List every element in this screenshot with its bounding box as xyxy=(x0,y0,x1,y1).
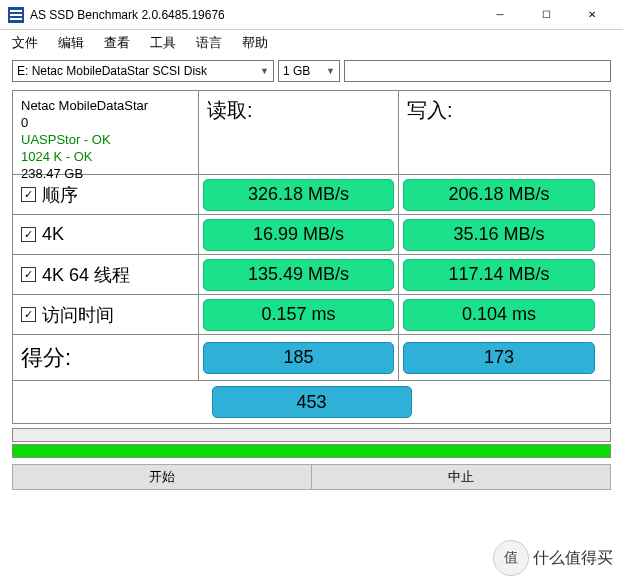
menu-edit[interactable]: 编辑 xyxy=(58,34,84,52)
row-4k64: ✓ 4K 64 线程 135.49 MB/s 117.14 MB/s xyxy=(13,255,610,295)
drive-select-value: E: Netac MobileDataStar SCSI Disk xyxy=(17,64,207,78)
size-select[interactable]: 1 GB ▼ xyxy=(278,60,340,82)
seq-read-value: 326.18 MB/s xyxy=(203,179,394,211)
window-controls: ─ ☐ ✕ xyxy=(477,0,615,30)
drive-rev: 0 xyxy=(21,114,28,131)
close-button[interactable]: ✕ xyxy=(569,0,615,30)
menu-tools[interactable]: 工具 xyxy=(150,34,176,52)
window-title: AS SSD Benchmark 2.0.6485.19676 xyxy=(30,8,477,22)
row-seq: ✓ 顺序 326.18 MB/s 206.18 MB/s xyxy=(13,175,610,215)
menubar: 文件 编辑 查看 工具 语言 帮助 xyxy=(0,30,623,56)
header-write: 写入: xyxy=(399,91,599,174)
drive-name: Netac MobileDataStar xyxy=(21,97,148,114)
4k64-read-value: 135.49 MB/s xyxy=(203,259,394,291)
score-total-value: 453 xyxy=(212,386,412,418)
score-write-value: 173 xyxy=(403,342,595,374)
button-row: 开始 中止 xyxy=(0,460,623,492)
toolbar: E: Netac MobileDataStar SCSI Disk ▼ 1 GB… xyxy=(0,56,623,86)
access-read-value: 0.157 ms xyxy=(203,299,394,331)
svg-rect-1 xyxy=(10,10,22,12)
header-row: Netac MobileDataStar 0 UASPStor - OK 102… xyxy=(13,91,610,175)
label-access: ✓ 访问时间 xyxy=(13,295,199,334)
size-select-value: 1 GB xyxy=(283,64,310,78)
progress-area xyxy=(0,424,623,458)
svg-rect-3 xyxy=(10,18,22,20)
start-button[interactable]: 开始 xyxy=(12,464,312,490)
row-score: 得分: 185 173 xyxy=(13,335,610,381)
main-panel: Netac MobileDataStar 0 UASPStor - OK 102… xyxy=(0,86,623,424)
checkbox-access[interactable]: ✓ xyxy=(21,307,36,322)
label-access-text: 访问时间 xyxy=(42,303,114,327)
checkbox-4k[interactable]: ✓ xyxy=(21,227,36,242)
4k64-write-value: 117.14 MB/s xyxy=(403,259,595,291)
chevron-down-icon: ▼ xyxy=(326,66,335,76)
label-4k-text: 4K xyxy=(42,224,64,245)
svg-rect-2 xyxy=(10,14,22,16)
label-seq-text: 顺序 xyxy=(42,183,78,207)
menu-view[interactable]: 查看 xyxy=(104,34,130,52)
label-4k64: ✓ 4K 64 线程 xyxy=(13,255,199,294)
watermark: 值 什么值得买 xyxy=(493,540,613,576)
watermark-icon: 值 xyxy=(493,540,529,576)
progress-bar-step xyxy=(12,428,611,442)
checkbox-seq[interactable]: ✓ xyxy=(21,187,36,202)
label-seq: ✓ 顺序 xyxy=(13,175,199,214)
checkbox-4k64[interactable]: ✓ xyxy=(21,267,36,282)
row-4k: ✓ 4K 16.99 MB/s 35.16 MB/s xyxy=(13,215,610,255)
seq-write-value: 206.18 MB/s xyxy=(403,179,595,211)
chevron-down-icon: ▼ xyxy=(260,66,269,76)
driver-status: UASPStor - OK xyxy=(21,131,111,148)
drive-select[interactable]: E: Netac MobileDataStar SCSI Disk ▼ xyxy=(12,60,274,82)
menu-lang[interactable]: 语言 xyxy=(196,34,222,52)
abort-button[interactable]: 中止 xyxy=(312,464,611,490)
watermark-text: 什么值得买 xyxy=(533,548,613,569)
app-icon xyxy=(8,7,24,23)
score-read-value: 185 xyxy=(203,342,394,374)
progress-bar-total xyxy=(12,444,611,458)
label-score: 得分: xyxy=(13,335,199,380)
menu-file[interactable]: 文件 xyxy=(12,34,38,52)
4k-write-value: 35.16 MB/s xyxy=(403,219,595,251)
4k-read-value: 16.99 MB/s xyxy=(203,219,394,251)
align-status: 1024 K - OK xyxy=(21,148,93,165)
row-access: ✓ 访问时间 0.157 ms 0.104 ms xyxy=(13,295,610,335)
row-total: 453 xyxy=(13,381,610,423)
drive-info: Netac MobileDataStar 0 UASPStor - OK 102… xyxy=(13,91,199,174)
minimize-button[interactable]: ─ xyxy=(477,0,523,30)
results-grid: Netac MobileDataStar 0 UASPStor - OK 102… xyxy=(12,90,611,424)
maximize-button[interactable]: ☐ xyxy=(523,0,569,30)
titlebar: AS SSD Benchmark 2.0.6485.19676 ─ ☐ ✕ xyxy=(0,0,623,30)
access-write-value: 0.104 ms xyxy=(403,299,595,331)
toolbar-input[interactable] xyxy=(344,60,611,82)
menu-help[interactable]: 帮助 xyxy=(242,34,268,52)
label-4k: ✓ 4K xyxy=(13,215,199,254)
header-read: 读取: xyxy=(199,91,399,174)
label-4k64-text: 4K 64 线程 xyxy=(42,263,130,287)
